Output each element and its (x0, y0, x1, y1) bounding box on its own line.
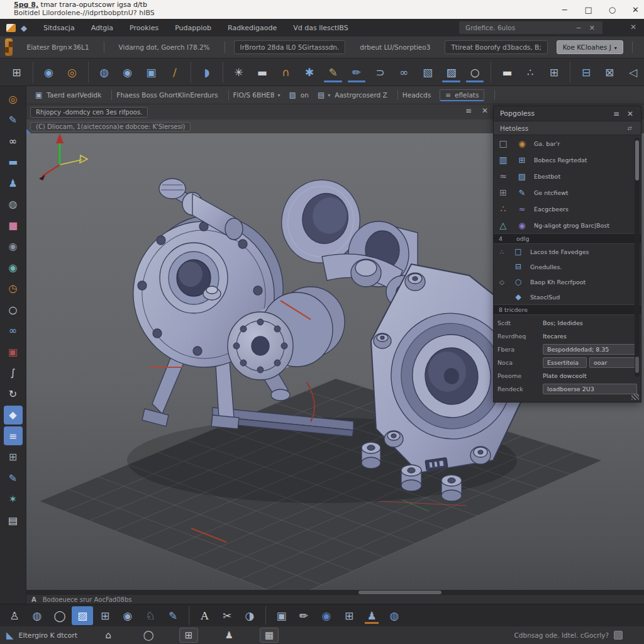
tray-square-icon[interactable] (614, 631, 623, 640)
sphere-grid-icon[interactable]: ◍ (4, 195, 23, 214)
taskbar-logo-icon[interactable]: ◣ (6, 630, 14, 641)
menu-item[interactable]: Radkedigaode (228, 24, 277, 32)
list-item[interactable]: □ ◉ Ga. bar'r (494, 135, 641, 152)
loop-orange-icon[interactable]: ∩ (275, 62, 297, 83)
swap-icon[interactable]: ⇄ (627, 125, 632, 131)
workspace-tab[interactable]: Ttireat Boorofy d3bacds, B;▾ (445, 40, 547, 54)
transform-label[interactable]: Aastrgrcoserd Z (335, 91, 387, 99)
particles-sphere-icon[interactable]: ◉ (4, 237, 23, 256)
rings-icon[interactable]: ∞ (4, 131, 23, 150)
spiral-tool-icon[interactable]: ◎ (61, 62, 83, 83)
workspace-grid-icon[interactable]: ⊞ (6, 62, 28, 83)
chevron-down-icon[interactable]: ▾ (277, 92, 280, 98)
search-close-icon[interactable]: ✕ (589, 24, 595, 32)
key-icon[interactable]: ∫ (4, 364, 23, 382)
frame-a-icon[interactable]: ▧ (417, 62, 439, 83)
application-logo-icon[interactable]: ▞ (5, 38, 13, 56)
grid-cube-icon[interactable]: ⊞ (94, 606, 116, 625)
brush-blue-icon[interactable]: ✱ (299, 62, 321, 83)
orbit-arrow-icon[interactable]: ↻ (4, 384, 23, 403)
wrench-icon[interactable]: ∕ (164, 62, 186, 83)
workspace-tab[interactable]: drbeut LU/Snorptieo3▾ (354, 41, 436, 53)
panel-close-icon[interactable]: ✕ (630, 23, 636, 31)
snowflake-icon[interactable]: ✳ (223, 62, 250, 83)
viewport-hscrollbar[interactable] (26, 590, 644, 595)
list-item[interactable]: ⊞ ✎ Ge ntcfiewt (494, 184, 641, 201)
list-item[interactable]: ⊟ Gnedulles. (494, 259, 641, 274)
sphere-tool-icon[interactable]: ◍ (26, 606, 48, 625)
window-control-button[interactable]: ✕ (632, 5, 639, 14)
dropdown-label[interactable]: FlO/S 6BHE8 (233, 91, 275, 99)
window-control-button[interactable]: ○ (609, 5, 616, 14)
viewport-menu-icon[interactable]: ≡ (465, 106, 472, 115)
capsule-icon[interactable]: ▬ (4, 153, 23, 172)
taskbar-app-label[interactable]: Eltergiro K dtcort (19, 631, 78, 640)
globe-lines-icon[interactable]: ◑ (239, 606, 260, 625)
list-item[interactable]: ≈ ▨ Ebestbot (494, 168, 641, 184)
viewport-tab[interactable]: Rhjopcy -domdcy cen 3es rifpoos. (30, 107, 148, 118)
printer-machine-icon[interactable]: ▤ (4, 511, 23, 530)
search-minimize-icon[interactable]: − (576, 24, 582, 32)
toggle-a-icon[interactable]: ▨ (289, 91, 296, 99)
workspace-tab[interactable]: Eiatesr Brgn×36L1▾ (21, 41, 95, 53)
check-label[interactable]: Taerd earlVedidk (47, 91, 101, 99)
app-logo-icon[interactable] (6, 24, 16, 32)
gesture-tool-icon[interactable]: ♘ (140, 606, 161, 625)
sculpt-figure-icon[interactable]: ♟ (4, 174, 23, 192)
clay-ball-icon[interactable]: ◉ (33, 62, 60, 83)
menu-item[interactable]: Prookies (130, 24, 158, 32)
menu-item[interactable]: Pudappiob (175, 24, 211, 32)
modules-grid-icon[interactable]: ⊞ (4, 448, 23, 467)
search-box[interactable]: Grdefice. 6uIos − ✕ (459, 21, 602, 34)
value-input[interactable]: loadboerse 2U3 (543, 384, 637, 394)
mask-tool-icon[interactable]: ◉ (116, 62, 138, 83)
layout-views-icon[interactable]: ⊠ (599, 62, 621, 83)
value-input[interactable]: ooar (589, 357, 637, 368)
render-sphere-icon[interactable]: ◉ (4, 258, 23, 277)
paint-tool-icon[interactable]: ▨ (72, 606, 93, 625)
checkbox-icon[interactable]: ▣ (35, 91, 42, 99)
panel-scrollbar[interactable] (635, 138, 640, 377)
pen-tool-icon[interactable]: ✏ (293, 606, 314, 625)
list-item[interactable]: ∴ □ Lacos tde Favedges (494, 244, 641, 259)
value-input[interactable]: Essertiteia (543, 357, 587, 368)
box-red-icon[interactable]: ▣ (4, 342, 23, 361)
blue-panel-icon[interactable]: ◆ (4, 406, 23, 425)
workspace-tab[interactable]: Koe KCloahes J▾ (557, 40, 623, 54)
workspace-tab[interactable]: Glee tatjer▾ (641, 41, 644, 53)
nodes-icon[interactable]: ∴ (519, 62, 541, 83)
panels-blue-icon[interactable]: ⊟ (570, 62, 597, 83)
figure-icon[interactable]: ♟ (219, 628, 238, 643)
building-icon[interactable]: ⌂ (99, 628, 118, 643)
menu-item[interactable]: Sitdsacja (43, 24, 75, 32)
list-item[interactable]: ▥ ⊞ Bobecs Regrtedat (494, 152, 641, 168)
grid-panel-icon[interactable]: ⊞ (179, 628, 198, 643)
effects-button[interactable]: ≡ eflelats (440, 89, 484, 101)
orb-tool-icon[interactable]: ◉ (117, 606, 138, 625)
figure-tool-icon[interactable]: ♙ (4, 606, 25, 625)
workspace-tab[interactable]: IrBrorto 28da IL0 5Girtasssdn.▾ (234, 40, 346, 54)
prism-icon[interactable]: ◁ (622, 62, 644, 83)
crate-tool-icon[interactable]: ▣ (140, 62, 162, 83)
knot-icon[interactable]: ✶ (4, 490, 23, 509)
figure-stand-icon[interactable]: ♟ (361, 606, 382, 625)
scrollbar-thumb[interactable] (635, 357, 639, 373)
flask-icon[interactable]: ≡ (4, 426, 23, 445)
magnifier-tool-icon[interactable]: ○ (464, 62, 486, 83)
chevron-down-icon[interactable]: ▾ (328, 92, 330, 98)
panel-close-icon[interactable]: ✕ (627, 109, 633, 118)
heads-label[interactable]: Headcds (402, 91, 431, 99)
list-item[interactable]: ∴ ≈ Eacgcbeers (494, 201, 641, 217)
window-control-button[interactable]: □ (584, 5, 592, 14)
grab-tool-icon[interactable]: ◗ (191, 62, 218, 83)
pin-tan-icon[interactable]: ✎ (322, 62, 344, 83)
window-control-button[interactable]: − (562, 5, 569, 14)
card-white-icon[interactable]: ▬ (491, 62, 518, 83)
hook-tool-icon[interactable]: ⊃ (369, 62, 391, 83)
grid-pair-icon[interactable]: ⊞ (543, 62, 565, 83)
magnifier-icon[interactable]: ○ (4, 300, 23, 319)
value-input[interactable]: Bespodddedad; 8.35 (543, 344, 637, 355)
ring-tool-icon[interactable]: ◯ (49, 606, 70, 625)
text-tool-icon[interactable]: A (189, 606, 215, 625)
scrollbar-thumb[interactable] (358, 591, 441, 594)
